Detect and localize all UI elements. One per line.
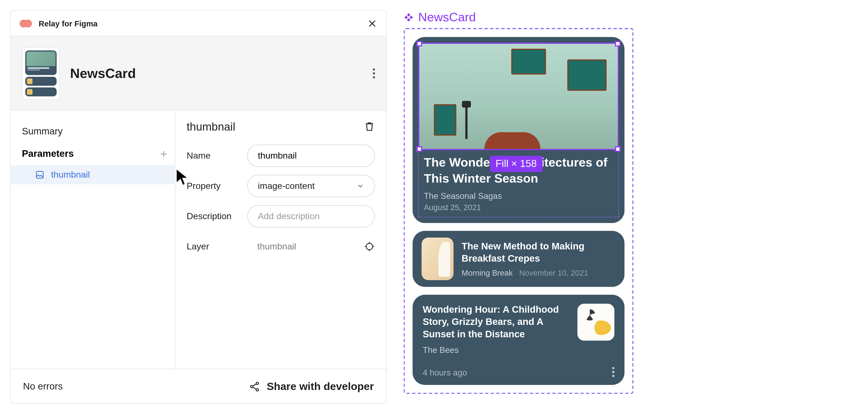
description-label: Description [187,211,237,221]
hero-date: August 25, 2021 [424,203,613,212]
property-value: image-content [258,181,315,191]
frame-label[interactable]: NewsCard [404,10,645,25]
card3-time: 4 hours ago [423,368,467,377]
relay-logo-icon [20,20,33,27]
share-label: Share with developer [267,380,374,393]
hero-thumbnail-image[interactable] [419,43,618,149]
description-input[interactable] [247,205,375,227]
card2-headline: The New Method to Making Breakfast Crepe… [462,241,616,265]
frame-name: NewsCard [418,10,476,25]
layer-value: thumbnail [247,235,354,258]
card2-date: November 10, 2021 [519,268,588,278]
news-card-hero[interactable]: The Wonderful Architectures of This Wint… [412,37,624,223]
news-card-item-2[interactable]: The New Method to Making Breakfast Crepe… [412,231,624,287]
layer-label: Layer [187,242,237,252]
parameter-row-thumbnail[interactable]: thumbnail [11,165,175,184]
component-header: NewsCard [11,36,386,110]
property-label: Property [187,181,237,191]
plugin-title: Relay for Figma [39,19,97,28]
name-label: Name [187,151,237,161]
delete-icon[interactable] [364,121,375,133]
component-thumbnail [22,47,60,99]
plugin-titlebar: Relay for Figma [11,11,386,36]
share-icon [249,381,260,392]
add-parameter-icon[interactable] [159,150,168,159]
card3-more-icon[interactable] [612,368,614,378]
news-card-item-3[interactable]: Wondering Hour: A Childhood Story, Grizz… [412,295,624,385]
parameter-name: thumbnail [51,170,90,180]
component-frame[interactable]: The Wonderful Architectures of This Wint… [404,28,633,394]
card2-thumbnail-image [422,238,454,280]
property-select[interactable]: image-content [247,175,375,197]
name-input[interactable] [247,145,375,167]
overflow-menu-icon[interactable] [373,68,375,78]
sidebar-item-parameters[interactable]: Parameters [11,143,175,165]
sidebar-parameters-label: Parameters [22,149,74,160]
component-name: NewsCard [70,65,136,81]
image-icon [35,170,44,180]
hero-author: The Seasonal Sagas [424,191,613,201]
status-text: No errors [23,381,63,392]
close-icon[interactable] [367,18,377,29]
card2-author: Morning Break [462,268,513,278]
card3-headline: Wondering Hour: A Childhood Story, Grizz… [423,304,569,341]
svg-rect-0 [36,171,43,178]
chevron-down-icon [356,182,364,190]
sidebar-item-summary[interactable]: Summary [11,120,175,143]
panel-footer: No errors Share with developer [11,369,386,404]
component-icon [404,12,414,23]
relay-plugin-panel: Relay for Figma NewsCard Summary Paramet… [10,10,387,404]
figma-canvas: NewsCard The Wonderful Architectures of … [404,10,645,394]
svg-point-1 [366,243,373,250]
detail-title: thumbnail [187,120,235,133]
share-button[interactable]: Share with developer [249,380,374,393]
detail-panel: thumbnail Name Property image-content [176,110,386,369]
sidebar: Summary Parameters thumbnail [11,110,176,369]
card3-thumbnail-image [577,304,614,341]
card3-author: The Bees [423,345,614,355]
selection-size-badge: Fill × 158 [490,156,542,172]
locate-layer-icon[interactable] [364,241,375,252]
